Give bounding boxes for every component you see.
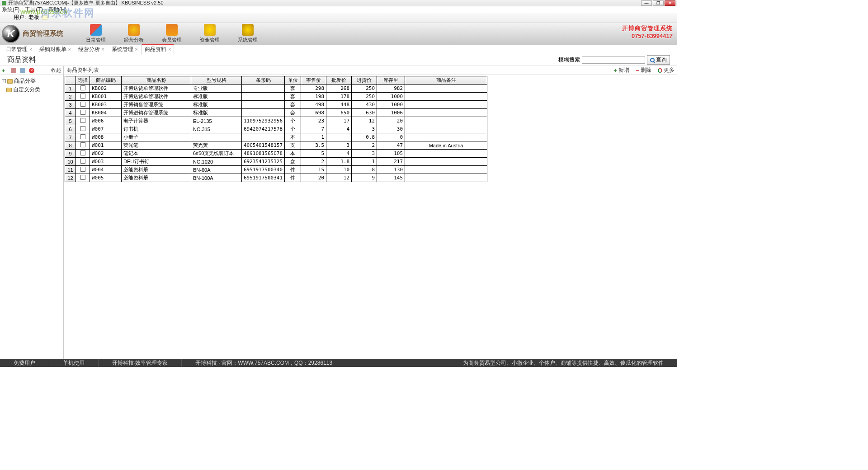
tab-close-icon[interactable]: × (29, 47, 32, 52)
row-checkbox[interactable] (80, 175, 85, 180)
tab-1[interactable]: 采购对账单× (36, 44, 74, 55)
user-value: 老板 (28, 14, 39, 21)
search-button[interactable]: 查询 (647, 55, 670, 65)
app-title: 商贸管理系统 (23, 29, 63, 38)
more-button[interactable]: 更多 (658, 66, 675, 74)
tab-3[interactable]: 系统管理× (108, 44, 141, 55)
search-input[interactable] (582, 56, 645, 64)
row-checkbox[interactable] (80, 110, 85, 115)
col-header[interactable] (65, 76, 76, 85)
tab-4[interactable]: 商品资料× (142, 44, 174, 55)
list-title: 商品资料列表 (66, 66, 99, 74)
sidebar: + × 收起 + 商品分类 自定义分类 (0, 66, 63, 367)
folder-icon (7, 79, 13, 84)
status-website: 开博科技 · 官网：WWW.757ABC.COM，QQ：29286113 (182, 359, 346, 367)
table-row[interactable]: 2KB001开博送货单管理软件标准版套1981782501000 (65, 93, 487, 101)
menu-system[interactable]: 系统(F) (2, 6, 19, 14)
row-checkbox[interactable] (80, 85, 85, 90)
col-header[interactable]: 库存里 (377, 76, 405, 85)
table-row[interactable]: 1KB002开博送货单管理软件专业版套298268250982 (65, 85, 487, 93)
menubar: 系统(F) 工具(T) 帮助(H) (0, 6, 677, 13)
row-checkbox[interactable] (80, 94, 85, 99)
table-row[interactable]: 11W004必能资料册BN-60A6951917500340件15108130 (65, 166, 487, 174)
col-header[interactable]: 商品编码 (90, 76, 122, 85)
toolbar-system[interactable]: 系统管理 (229, 23, 267, 44)
note-icon[interactable] (42, 15, 48, 20)
col-header[interactable]: 条形码 (242, 76, 285, 85)
table-row[interactable]: 5W006电子计算器EL-21351109752932956个23171220 (65, 117, 487, 125)
tree-item-product-category[interactable]: + 商品分类 (1, 77, 62, 85)
close-button[interactable]: ✕ (665, 0, 675, 6)
maximize-button[interactable]: ❐ (653, 0, 664, 6)
toolbar-member[interactable]: 会员管理 (153, 23, 191, 44)
table-row[interactable]: 6W007订书机NO.3156942074217578个74330 (65, 125, 487, 133)
menu-help[interactable]: 帮助(H) (48, 6, 67, 14)
toolbar-daily[interactable]: 日常管理 (77, 23, 115, 44)
product-grid[interactable]: 选择商品编码商品名称型号规格条形码单位零售价批发价进货价库存里商品备注1KB00… (65, 76, 487, 182)
col-header[interactable]: 商品备注 (405, 76, 487, 85)
grid-wrap[interactable]: 选择商品编码商品名称型号规格条形码单位零售价批发价进货价库存里商品备注1KB00… (64, 75, 677, 367)
content-tools: 商品资料列表 +新增 −删除 更多 (64, 66, 677, 75)
toolbar-fund[interactable]: 资金管理 (191, 23, 229, 44)
analysis-icon (128, 24, 140, 36)
row-checkbox[interactable] (80, 134, 85, 139)
page-title-bar: 商品资料 模糊搜索 查询 (0, 54, 677, 66)
minimize-button[interactable]: — (641, 0, 652, 6)
statusbar: 免费用户 单机使用 开博科技·效率管理专家 开博科技 · 官网：WWW.757A… (0, 359, 677, 367)
tree-toggle-icon[interactable]: + (2, 79, 6, 83)
table-row[interactable]: 12W005必能资料册BN-100A6951917500341件20129145 (65, 174, 487, 182)
sidebar-copy2-icon[interactable] (20, 68, 25, 73)
tab-0[interactable]: 日常管理× (3, 44, 35, 55)
col-header[interactable]: 批发价 (326, 76, 352, 85)
toolbar-analysis[interactable]: 经营分析 (115, 23, 153, 44)
app-logo: K (2, 25, 20, 43)
row-checkbox[interactable] (80, 159, 85, 164)
col-header[interactable]: 零售价 (301, 76, 326, 85)
status-company: 开博科技·效率管理专家 (99, 359, 182, 367)
table-row[interactable]: 9W002笔记本6#50页无线装订本4891081565078本543105 (65, 150, 487, 158)
daily-icon (90, 24, 102, 36)
refresh-icon (658, 68, 662, 73)
table-row[interactable]: 8W001荧光笔荧光黄4005401548157支3.53247Made in … (65, 141, 487, 150)
row-checkbox[interactable] (80, 150, 85, 155)
col-header[interactable]: 进货价 (352, 76, 377, 85)
delete-button[interactable]: −删除 (636, 66, 651, 74)
sidebar-delete-icon[interactable]: × (29, 68, 34, 73)
system-icon (242, 24, 254, 36)
table-row[interactable]: 3KB003开博销售管理系统标准版套4984484301000 (65, 101, 487, 109)
col-header[interactable]: 商品名称 (122, 76, 191, 85)
row-checkbox[interactable] (80, 142, 85, 147)
sidebar-collapse[interactable]: 收起 (51, 67, 61, 74)
col-header[interactable]: 单位 (285, 76, 301, 85)
row-checkbox[interactable] (80, 126, 85, 131)
menu-tools[interactable]: 工具(T) (25, 6, 42, 14)
category-tree: + 商品分类 自定义分类 (0, 75, 63, 96)
add-button[interactable]: +新增 (613, 66, 629, 74)
status-user-type: 免费用户 (0, 359, 49, 367)
subheader: 用户: 老板 (0, 13, 677, 23)
sidebar-add-icon[interactable]: + (2, 68, 7, 73)
status-slogan: 为商务贸易型公司、小微企业、个体户、商铺等提供快捷、高效、傻瓜化的管理软件 (449, 359, 677, 367)
status-mode: 单机使用 (49, 359, 99, 367)
tab-close-icon[interactable]: × (168, 47, 171, 52)
tree-item-custom-category[interactable]: 自定义分类 (1, 85, 62, 94)
fund-icon (204, 24, 216, 36)
content: 商品资料列表 +新增 −删除 更多 选择商品编码商品名称型号规格条形码单位零售价… (63, 66, 677, 367)
tab-close-icon[interactable]: × (68, 47, 71, 52)
table-row[interactable]: 7W008小册子本10.80 (65, 133, 487, 141)
row-checkbox[interactable] (80, 102, 85, 107)
tab-close-icon[interactable]: × (102, 47, 104, 52)
sidebar-copy-icon[interactable] (11, 68, 16, 73)
row-checkbox[interactable] (80, 167, 85, 172)
tab-2[interactable]: 经营分析× (75, 44, 108, 55)
app-icon (2, 1, 6, 5)
brand-right: 开博商贸管理系统 0757-83994417 (622, 24, 673, 39)
plus-icon: + (613, 67, 617, 74)
table-row[interactable]: 10W003DELI订书钉NO.10206923541235325盒21.812… (65, 158, 487, 166)
tab-close-icon[interactable]: × (135, 47, 138, 52)
table-row[interactable]: 4KB004开博进销存管理系统标准版套6986506301006 (65, 109, 487, 117)
col-header[interactable]: 选择 (76, 76, 90, 85)
titlebar: 开博商贸通[757ABC.COM]-【更多效率 更多自由】 KBUSINESS … (0, 0, 677, 6)
row-checkbox[interactable] (80, 118, 85, 123)
col-header[interactable]: 型号规格 (191, 76, 242, 85)
